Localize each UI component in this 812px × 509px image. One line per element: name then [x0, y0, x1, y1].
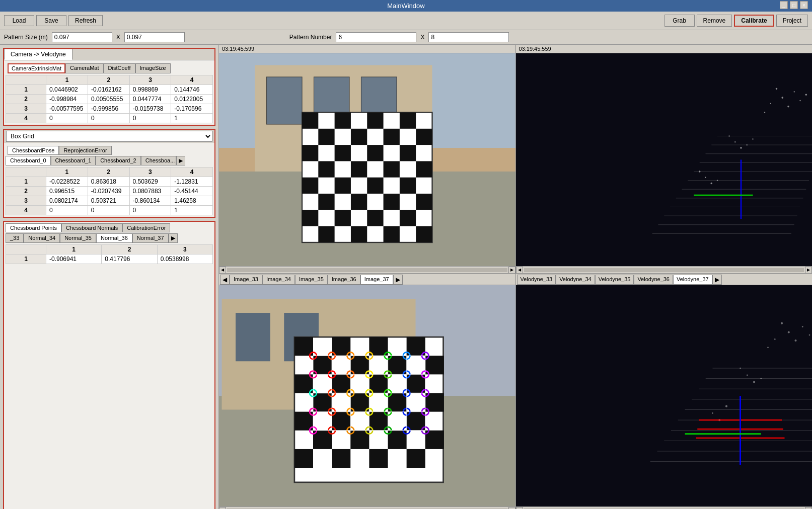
cell-2: 0.417796 — [102, 254, 157, 264]
pattern-number-y-input[interactable] — [428, 32, 509, 42]
normal-tab-arrow[interactable]: ▶ — [169, 233, 178, 243]
tab-chessboard-pose[interactable]: ChessboardPose — [8, 146, 59, 155]
scroll-left-btn[interactable]: ◀ — [219, 267, 226, 274]
tab-chessboard-points[interactable]: Chessboard Points — [6, 223, 61, 232]
cell-3: 0.0538998 — [157, 254, 212, 264]
svg-rect-11 — [367, 113, 383, 129]
pattern-number-x-input[interactable] — [336, 32, 416, 42]
vel-tab-37[interactable]: Velodyne_37 — [673, 275, 712, 285]
pattern-size-x-input[interactable] — [52, 32, 112, 42]
pattern-size-y-input[interactable] — [124, 32, 185, 42]
chessboard-col-tab-arrow[interactable]: ▶ — [176, 156, 185, 165]
vel-scroll-left-btn-bottom[interactable]: ◀ — [516, 507, 523, 510]
minimize-button[interactable]: _ — [780, 1, 788, 9]
camera-scrollbar-bottom[interactable]: ◀ ▶ — [219, 506, 515, 509]
vel-scroll-left-btn[interactable]: ◀ — [516, 267, 523, 274]
window-title: MainWindow — [387, 2, 424, 10]
svg-rect-9 — [302, 113, 318, 129]
table-row: 1 -0.906941 0.417796 0.0538998 — [6, 254, 213, 264]
scroll-right-btn[interactable]: ▶ — [508, 267, 515, 274]
tab-camera-mat[interactable]: CameraMat — [65, 63, 103, 73]
row-label: 2 — [6, 95, 46, 104]
table-row: 4 0 0 0 1 — [6, 206, 213, 215]
normal-col-2: 2 — [102, 245, 157, 254]
chessboard-col-tab-2[interactable]: Chessboard_2 — [96, 156, 141, 165]
svg-point-166 — [753, 381, 755, 383]
cam-scroll-right-btn-bottom[interactable]: ▶ — [508, 507, 515, 510]
vel-tab-34[interactable]: Velodyne_34 — [556, 275, 595, 285]
extrinsic-col-1: 1 — [46, 75, 88, 85]
chessboard-col-tab-1[interactable]: Chessboard_1 — [51, 156, 96, 165]
camera-image-top — [219, 53, 515, 266]
window-controls[interactable]: _ □ × — [780, 1, 808, 9]
svg-rect-40 — [416, 226, 432, 242]
svg-rect-20 — [400, 145, 416, 161]
chessboard-col-tab-3[interactable]: Chessboa... — [141, 156, 176, 165]
extrinsic-tabs: CameraExtrinsicMat CameraMat DistCoeff I… — [6, 62, 213, 73]
tab-camera-velodyne[interactable]: Camera -> Velodyne — [4, 49, 72, 60]
x-separator-2: X — [420, 34, 424, 41]
cell-1: -0.998984 — [46, 95, 88, 104]
normal-tab-36[interactable]: Normal_36 — [96, 233, 132, 243]
img-tab-next[interactable]: ▶ — [393, 275, 403, 285]
svg-rect-33 — [302, 210, 318, 226]
svg-rect-107 — [407, 449, 425, 468]
table-row: 4 0 0 0 1 — [6, 114, 213, 123]
tab-camera-extrinsic[interactable]: CameraExtrinsicMat — [8, 63, 65, 73]
tab-reprojection-error[interactable]: ReprojectionError — [59, 146, 111, 155]
tab-dist-coeff[interactable]: DistCoeff — [104, 63, 135, 73]
project-button[interactable]: Project — [776, 15, 808, 27]
tab-image-size[interactable]: ImageSize — [135, 63, 171, 73]
img-tab-36[interactable]: Image_36 — [328, 275, 360, 285]
chessboard-col-tab-0[interactable]: Chessboard_0 — [6, 156, 51, 165]
cell-3: 0.998869 — [129, 85, 171, 95]
pattern-number-label: Pattern Number — [289, 34, 332, 41]
tab-chessboard-normals[interactable]: Chessboard Normals — [61, 223, 122, 232]
load-button[interactable]: Load — [4, 15, 34, 26]
camera-image-bottom — [219, 285, 515, 506]
remove-button[interactable]: Remove — [697, 15, 732, 27]
save-button[interactable]: Save — [36, 15, 66, 26]
velodyne-scrollbar-bottom[interactable]: ◀ ▶ — [516, 506, 813, 509]
scroll-track[interactable] — [227, 268, 507, 272]
close-button[interactable]: × — [800, 1, 808, 9]
cell-4: -0.170596 — [171, 104, 213, 114]
img-tab-35[interactable]: Image_35 — [295, 275, 328, 285]
vel-scroll-right-btn-bottom[interactable]: ▶ — [805, 507, 812, 510]
refresh-button[interactable]: Refresh — [68, 15, 103, 26]
extrinsic-col-2: 2 — [88, 75, 130, 85]
vel-scroll-right-btn[interactable]: ▶ — [805, 267, 812, 274]
chess-col-4: 4 — [171, 167, 213, 177]
normal-tab-34[interactable]: Normal_34 — [24, 233, 60, 243]
grab-button[interactable]: Grab — [665, 15, 695, 27]
tab-calibration-error[interactable]: CalibrationError — [122, 223, 170, 232]
img-tab-37[interactable]: Image_37 — [360, 275, 393, 285]
calibrate-button[interactable]: Calibrate — [734, 15, 774, 27]
vel-tab-next[interactable]: ▶ — [712, 275, 722, 285]
img-tab-prev[interactable]: ◀ — [220, 275, 230, 285]
row-label: 1 — [6, 254, 46, 264]
img-tab-33[interactable]: Image_33 — [230, 275, 262, 285]
svg-rect-27 — [367, 178, 383, 194]
svg-point-159 — [801, 326, 803, 327]
svg-point-57 — [710, 183, 712, 185]
img-tab-34[interactable]: Image_34 — [262, 275, 295, 285]
normal-tab-33[interactable]: _33 — [6, 233, 24, 243]
vel-tab-36[interactable]: Velodyne_36 — [634, 275, 673, 285]
camera-velodyne-panel: Camera -> Velodyne CameraExtrinsicMat Ca… — [3, 48, 215, 126]
camera-scrollbar-top[interactable]: ◀ ▶ — [219, 266, 515, 273]
vel-tab-35[interactable]: Velodyne_35 — [595, 275, 634, 285]
normal-tab-35[interactable]: Normal_35 — [60, 233, 96, 243]
velodyne-scrollbar-top[interactable]: ◀ ▶ — [516, 266, 813, 273]
pattern-size-label: Pattern Size (m) — [4, 34, 48, 41]
cell-1: 0.996515 — [46, 187, 88, 196]
svg-rect-36 — [400, 210, 416, 226]
vel-scroll-track[interactable] — [524, 268, 804, 272]
maximize-button[interactable]: □ — [790, 1, 798, 9]
box-grid-select[interactable]: Box Grid — [6, 131, 212, 142]
cell-1: -0.00577595 — [46, 104, 88, 114]
vel-tab-33[interactable]: Velodyne_33 — [517, 275, 556, 285]
svg-point-160 — [808, 334, 810, 336]
normal-tab-37[interactable]: Normal_37 — [132, 233, 169, 243]
cam-scroll-left-btn-bottom[interactable]: ◀ — [219, 507, 226, 510]
